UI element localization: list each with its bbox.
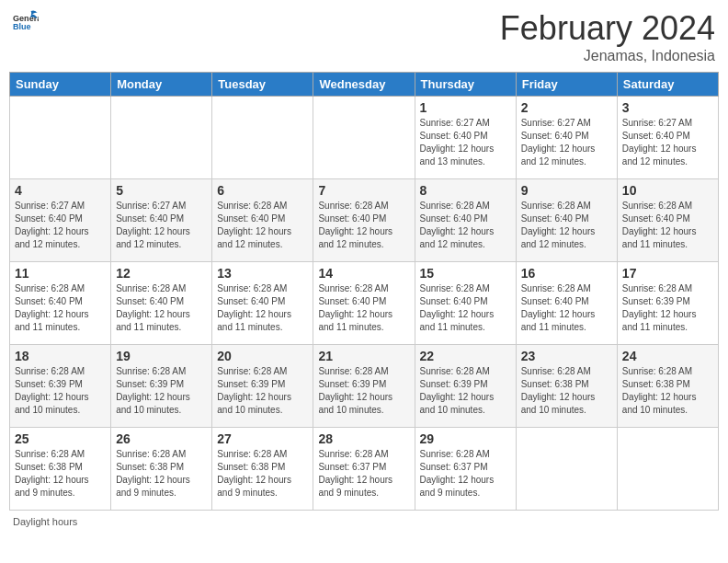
day-info: Sunrise: 6:28 AM Sunset: 6:40 PM Dayligh…: [217, 200, 308, 251]
calendar-cell: 16Sunrise: 6:28 AM Sunset: 6:40 PM Dayli…: [516, 262, 617, 345]
day-number: 28: [318, 431, 409, 446]
calendar-cell: 14Sunrise: 6:28 AM Sunset: 6:40 PM Dayli…: [313, 262, 415, 345]
calendar-cell: [212, 97, 313, 179]
daylight-label: Daylight hours: [13, 516, 77, 527]
calendar-cell: 7Sunrise: 6:28 AM Sunset: 6:40 PM Daylig…: [313, 179, 415, 262]
calendar-cell: 20Sunrise: 6:28 AM Sunset: 6:39 PM Dayli…: [212, 345, 313, 428]
day-info: Sunrise: 6:28 AM Sunset: 6:40 PM Dayligh…: [521, 282, 612, 334]
day-info: Sunrise: 6:28 AM Sunset: 6:39 PM Dayligh…: [15, 365, 106, 417]
day-number: 19: [116, 349, 207, 363]
day-info: Sunrise: 6:28 AM Sunset: 6:39 PM Dayligh…: [217, 365, 308, 417]
day-info: Sunrise: 6:28 AM Sunset: 6:40 PM Dayligh…: [318, 282, 409, 334]
calendar-cell: 21Sunrise: 6:28 AM Sunset: 6:39 PM Dayli…: [313, 345, 415, 428]
day-number: 7: [318, 183, 409, 198]
calendar-cell: 27Sunrise: 6:28 AM Sunset: 6:38 PM Dayli…: [212, 428, 313, 511]
calendar-day-header: Wednesday: [313, 73, 415, 97]
calendar-cell: 22Sunrise: 6:28 AM Sunset: 6:39 PM Dayli…: [415, 345, 516, 428]
calendar-cell: 2Sunrise: 6:27 AM Sunset: 6:40 PM Daylig…: [516, 97, 617, 179]
day-info: Sunrise: 6:28 AM Sunset: 6:40 PM Dayligh…: [420, 282, 511, 334]
calendar-day-header: Thursday: [415, 73, 516, 97]
day-info: Sunrise: 6:28 AM Sunset: 6:39 PM Dayligh…: [116, 365, 207, 417]
calendar-cell: 12Sunrise: 6:28 AM Sunset: 6:40 PM Dayli…: [111, 262, 212, 345]
calendar-cell: 17Sunrise: 6:28 AM Sunset: 6:39 PM Dayli…: [617, 262, 718, 345]
calendar-cell: 4Sunrise: 6:27 AM Sunset: 6:40 PM Daylig…: [10, 179, 111, 262]
calendar-week-row: 1Sunrise: 6:27 AM Sunset: 6:40 PM Daylig…: [10, 97, 719, 179]
day-number: 5: [116, 183, 207, 198]
day-info: Sunrise: 6:28 AM Sunset: 6:40 PM Dayligh…: [622, 200, 713, 251]
day-info: Sunrise: 6:28 AM Sunset: 6:38 PM Dayligh…: [116, 448, 207, 500]
day-number: 1: [420, 100, 511, 115]
calendar-day-header: Sunday: [10, 73, 111, 97]
day-number: 4: [15, 183, 106, 198]
calendar-cell: 29Sunrise: 6:28 AM Sunset: 6:37 PM Dayli…: [415, 428, 516, 511]
day-info: Sunrise: 6:27 AM Sunset: 6:40 PM Dayligh…: [622, 117, 713, 168]
day-info: Sunrise: 6:28 AM Sunset: 6:38 PM Dayligh…: [15, 448, 106, 500]
calendar-day-header: Friday: [516, 73, 617, 97]
calendar-cell: 28Sunrise: 6:28 AM Sunset: 6:37 PM Dayli…: [313, 428, 415, 511]
calendar-week-row: 4Sunrise: 6:27 AM Sunset: 6:40 PM Daylig…: [10, 179, 719, 262]
day-info: Sunrise: 6:28 AM Sunset: 6:40 PM Dayligh…: [15, 282, 106, 334]
calendar-cell: 24Sunrise: 6:28 AM Sunset: 6:38 PM Dayli…: [617, 345, 718, 428]
logo-graphic: General Blue: [13, 9, 39, 33]
logo: General Blue: [13, 9, 39, 33]
calendar-cell: 3Sunrise: 6:27 AM Sunset: 6:40 PM Daylig…: [617, 97, 718, 179]
calendar-cell: 19Sunrise: 6:28 AM Sunset: 6:39 PM Dayli…: [111, 345, 212, 428]
day-number: 10: [622, 183, 713, 198]
day-number: 15: [420, 266, 511, 281]
calendar-cell: 25Sunrise: 6:28 AM Sunset: 6:38 PM Dayli…: [10, 428, 111, 511]
day-number: 11: [15, 266, 106, 281]
day-info: Sunrise: 6:28 AM Sunset: 6:37 PM Dayligh…: [318, 448, 409, 500]
day-number: 9: [521, 183, 612, 198]
day-info: Sunrise: 6:28 AM Sunset: 6:40 PM Dayligh…: [116, 282, 207, 334]
calendar-cell: 5Sunrise: 6:27 AM Sunset: 6:40 PM Daylig…: [111, 179, 212, 262]
calendar-week-row: 11Sunrise: 6:28 AM Sunset: 6:40 PM Dayli…: [10, 262, 719, 345]
calendar-cell: [617, 428, 718, 511]
day-info: Sunrise: 6:28 AM Sunset: 6:39 PM Dayligh…: [420, 365, 511, 417]
location-title: Jenamas, Indonesia: [500, 48, 715, 64]
calendar-cell: 8Sunrise: 6:28 AM Sunset: 6:40 PM Daylig…: [415, 179, 516, 262]
calendar-day-header: Monday: [111, 73, 212, 97]
day-number: 14: [318, 266, 409, 281]
calendar-day-header: Tuesday: [212, 73, 313, 97]
day-number: 21: [318, 349, 409, 363]
footer-note: Daylight hours: [9, 516, 719, 527]
day-number: 20: [217, 349, 308, 363]
day-number: 26: [116, 431, 207, 446]
day-info: Sunrise: 6:28 AM Sunset: 6:38 PM Dayligh…: [622, 365, 713, 417]
day-number: 24: [622, 349, 713, 363]
calendar-cell: 10Sunrise: 6:28 AM Sunset: 6:40 PM Dayli…: [617, 179, 718, 262]
calendar-cell: 13Sunrise: 6:28 AM Sunset: 6:40 PM Dayli…: [212, 262, 313, 345]
calendar-day-header: Saturday: [617, 73, 718, 97]
calendar-cell: [516, 428, 617, 511]
calendar-cell: 18Sunrise: 6:28 AM Sunset: 6:39 PM Dayli…: [10, 345, 111, 428]
day-number: 13: [217, 266, 308, 281]
day-number: 18: [15, 349, 106, 363]
svg-text:Blue: Blue: [13, 22, 31, 30]
calendar-cell: [10, 97, 111, 179]
calendar-cell: 23Sunrise: 6:28 AM Sunset: 6:38 PM Dayli…: [516, 345, 617, 428]
calendar-cell: 9Sunrise: 6:28 AM Sunset: 6:40 PM Daylig…: [516, 179, 617, 262]
day-info: Sunrise: 6:28 AM Sunset: 6:37 PM Dayligh…: [420, 448, 511, 500]
day-number: 25: [15, 431, 106, 446]
day-info: Sunrise: 6:28 AM Sunset: 6:40 PM Dayligh…: [521, 200, 612, 251]
day-number: 2: [521, 100, 612, 115]
day-number: 22: [420, 349, 511, 363]
calendar-cell: 6Sunrise: 6:28 AM Sunset: 6:40 PM Daylig…: [212, 179, 313, 262]
calendar-week-row: 18Sunrise: 6:28 AM Sunset: 6:39 PM Dayli…: [10, 345, 719, 428]
day-number: 6: [217, 183, 308, 198]
title-area: February 2024 Jenamas, Indonesia: [500, 9, 715, 64]
day-info: Sunrise: 6:28 AM Sunset: 6:40 PM Dayligh…: [420, 200, 511, 251]
day-info: Sunrise: 6:28 AM Sunset: 6:39 PM Dayligh…: [622, 282, 713, 334]
calendar-cell: [313, 97, 415, 179]
day-number: 23: [521, 349, 612, 363]
day-info: Sunrise: 6:28 AM Sunset: 6:38 PM Dayligh…: [521, 365, 612, 417]
day-info: Sunrise: 6:27 AM Sunset: 6:40 PM Dayligh…: [521, 117, 612, 168]
calendar-body: 1Sunrise: 6:27 AM Sunset: 6:40 PM Daylig…: [10, 97, 719, 511]
day-number: 16: [521, 266, 612, 281]
day-number: 8: [420, 183, 511, 198]
day-number: 29: [420, 431, 511, 446]
calendar-cell: [111, 97, 212, 179]
calendar-cell: 26Sunrise: 6:28 AM Sunset: 6:38 PM Dayli…: [111, 428, 212, 511]
day-number: 12: [116, 266, 207, 281]
calendar-table: SundayMondayTuesdayWednesdayThursdayFrid…: [9, 72, 719, 511]
